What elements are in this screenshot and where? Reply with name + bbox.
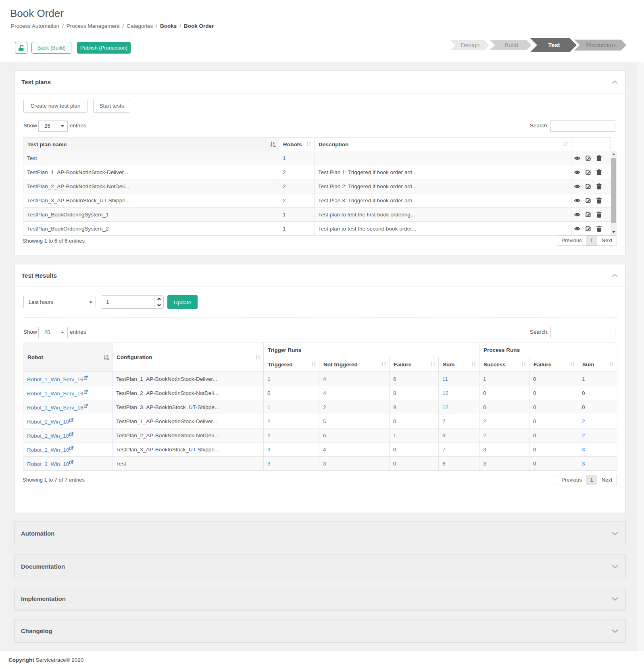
svg-text:Test: Test	[548, 42, 560, 48]
svg-text:Build: Build	[504, 42, 518, 48]
svg-text:Production: Production	[586, 42, 615, 48]
svg-text:Design: Design	[461, 42, 480, 48]
